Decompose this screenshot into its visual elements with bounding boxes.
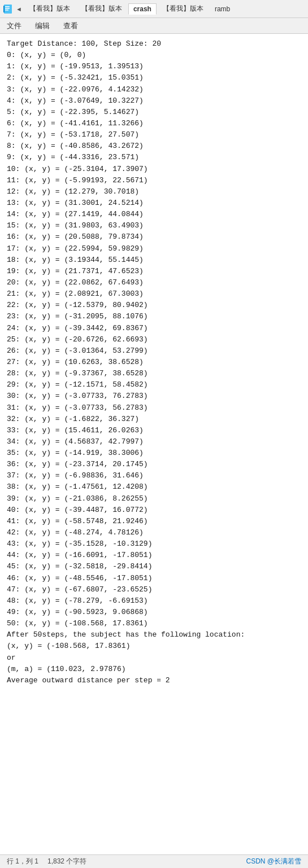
status-left: 行 1，列 1 1,832 个字符 (7, 857, 86, 866)
tab-crash[interactable]: crash (128, 3, 157, 15)
title-bar: ◄ 【看我】版本 【看我】版本 crash 【看我】版本 ramb (0, 0, 308, 18)
tab-5[interactable]: ramb (210, 3, 235, 15)
svg-rect-3 (5, 8, 10, 9)
tab-2[interactable]: 【看我】版本 (76, 2, 127, 15)
menu-edit[interactable]: 编辑 (33, 20, 52, 32)
content-area[interactable]: Target Distance: 100, Step Size: 20 0: (… (0, 34, 308, 854)
menu-file[interactable]: 文件 (5, 20, 24, 32)
tab-1[interactable]: 【看我】版本 (24, 2, 75, 15)
tab-scroll-arrow[interactable]: ◄ (15, 6, 23, 12)
menu-bar: 文件 编辑 查看 (0, 18, 308, 34)
app-icon (2, 3, 14, 15)
svg-rect-2 (5, 6, 10, 7)
cursor-row-col: 行 1，列 1 (7, 857, 38, 866)
svg-rect-0 (4, 5, 12, 14)
svg-rect-4 (5, 10, 8, 11)
status-bar: 行 1，列 1 1,832 个字符 CSDN @长满若雪 (0, 854, 308, 868)
tab-4[interactable]: 【看我】版本 (158, 2, 209, 15)
author-label: CSDN @长满若雪 (246, 857, 301, 866)
svg-rect-1 (3, 6, 5, 12)
char-count: 1,832 个字符 (47, 857, 86, 866)
menu-view[interactable]: 查看 (61, 20, 80, 32)
